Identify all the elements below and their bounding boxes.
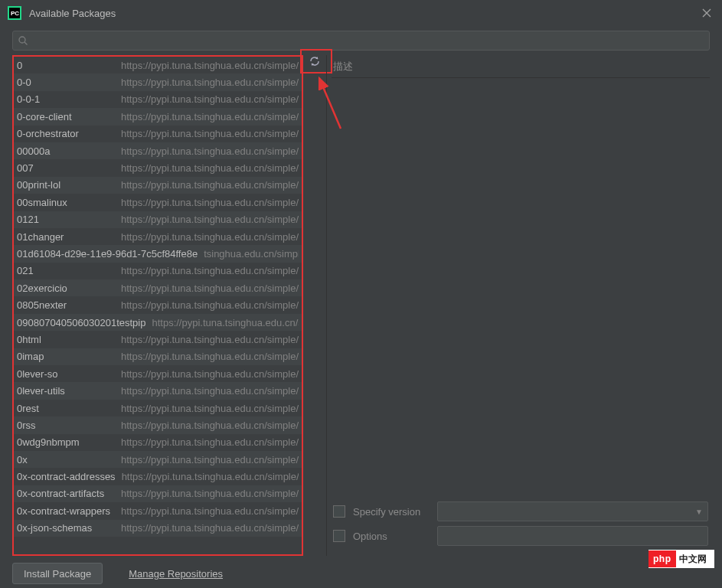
package-source: https://pypi.tuna.tsinghua.edu.cn/simple… bbox=[115, 299, 299, 311]
package-source: https://pypi.tuna.tsinghua.edu.cn/simple… bbox=[115, 334, 299, 345]
package-row[interactable]: 01d61084-d29e-11e9-96d1-7c5cf84ffe8etsin… bbox=[14, 245, 302, 262]
window-title: Available Packages bbox=[29, 8, 699, 19]
package-name: 0-0-1 bbox=[17, 93, 40, 105]
package-name: 0x-json-schemas bbox=[17, 522, 92, 534]
package-source: https://pypi.tuna.tsinghua.edu.cn/simple… bbox=[115, 522, 299, 534]
specify-version-label: Specify version bbox=[353, 506, 430, 518]
specify-version-row: Specify version ▼ bbox=[333, 499, 708, 524]
package-row[interactable]: 0wdg9nbmpmhttps://pypi.tuna.tsinghua.edu… bbox=[14, 434, 302, 451]
package-row[interactable]: 0-orchestratorhttps://pypi.tuna.tsinghua… bbox=[14, 126, 302, 142]
search-container bbox=[0, 26, 722, 55]
package-source: https://pypi.tuna.tsinghua.edu.cn/simple… bbox=[115, 283, 299, 294]
package-row[interactable]: 0resthttps://pypi.tuna.tsinghua.edu.cn/s… bbox=[14, 400, 302, 416]
package-name: 00print-lol bbox=[17, 179, 60, 191]
options-label: Options bbox=[353, 531, 430, 542]
package-source: https://pypi.tuna.tsinghua.edu.cn/simple… bbox=[115, 351, 299, 362]
package-source: https://pypi.tuna.tsinghua.edu.cn/simple… bbox=[115, 162, 299, 174]
package-source: https://pypi.tuna.tsinghua.edu.cn/simple… bbox=[145, 317, 299, 328]
package-name: 02exercicio bbox=[17, 283, 67, 294]
search-input-wrap[interactable] bbox=[12, 31, 710, 51]
package-name: 0rss bbox=[17, 420, 36, 431]
package-row[interactable]: 0lever-sohttps://pypi.tuna.tsinghua.edu.… bbox=[14, 365, 302, 382]
package-name: 0lever-so bbox=[17, 368, 57, 380]
package-source: https://pypi.tuna.tsinghua.edu.cn/simple… bbox=[115, 488, 299, 499]
package-name: 0html bbox=[17, 334, 41, 345]
package-source: https://pypi.tuna.tsinghua.edu.cn/simple… bbox=[115, 197, 299, 208]
package-detail-column: 描述 Specify version ▼ Options bbox=[326, 55, 710, 556]
package-row[interactable]: 0121https://pypi.tuna.tsinghua.edu.cn/si… bbox=[14, 211, 302, 228]
watermark: php 中文网 bbox=[648, 550, 714, 568]
specify-version-checkbox[interactable] bbox=[333, 505, 345, 518]
package-source: https://pypi.tuna.tsinghua.edu.cn/simple… bbox=[115, 145, 299, 157]
package-source: https://pypi.tuna.tsinghua.edu.cn/simple… bbox=[115, 420, 299, 431]
package-row[interactable]: 0x-contract-addresseshttps://pypi.tuna.t… bbox=[14, 468, 302, 485]
package-name: 090807040506030201testpip bbox=[17, 317, 145, 328]
package-row[interactable]: 01changerhttps://pypi.tuna.tsinghua.edu.… bbox=[14, 228, 302, 245]
package-row[interactable]: 021https://pypi.tuna.tsinghua.edu.cn/sim… bbox=[14, 263, 302, 279]
package-row[interactable]: 0-0-1https://pypi.tuna.tsinghua.edu.cn/s… bbox=[14, 91, 302, 108]
package-row[interactable]: 0xhttps://pypi.tuna.tsinghua.edu.cn/simp… bbox=[14, 451, 302, 468]
package-source: https://pypi.tuna.tsinghua.edu.cn/simple… bbox=[116, 471, 299, 482]
package-row[interactable]: 0htmlhttps://pypi.tuna.tsinghua.edu.cn/s… bbox=[14, 331, 302, 348]
package-source: https://pypi.tuna.tsinghua.edu.cn/simple… bbox=[115, 436, 299, 448]
package-name: 00smalinux bbox=[17, 197, 67, 208]
package-name: 0 bbox=[17, 60, 22, 71]
package-source: https://pypi.tuna.tsinghua.edu.cn/simple… bbox=[115, 454, 299, 466]
package-row[interactable]: 0x-contract-wrappershttps://pypi.tuna.ts… bbox=[14, 502, 302, 519]
package-source: https://pypi.tuna.tsinghua.edu.cn/simple… bbox=[115, 231, 299, 243]
package-name: 01d61084-d29e-11e9-96d1-7c5cf84ffe8e bbox=[17, 248, 198, 260]
package-row[interactable]: 0imaphttps://pypi.tuna.tsinghua.edu.cn/s… bbox=[14, 348, 302, 365]
package-source: https://pypi.tuna.tsinghua.edu.cn/simple… bbox=[115, 403, 299, 414]
package-source: https://pypi.tuna.tsinghua.edu.cn/simple… bbox=[115, 505, 299, 517]
package-row[interactable]: 02exerciciohttps://pypi.tuna.tsinghua.ed… bbox=[14, 279, 302, 296]
dialog-footer: Install Package Manage Repositories bbox=[0, 556, 722, 588]
search-input[interactable] bbox=[31, 35, 704, 47]
package-row[interactable]: 0-core-clienthttps://pypi.tuna.tsinghua.… bbox=[14, 108, 302, 125]
package-row[interactable]: 0-0https://pypi.tuna.tsinghua.edu.cn/sim… bbox=[14, 74, 302, 90]
package-row[interactable]: 0805nexterhttps://pypi.tuna.tsinghua.edu… bbox=[14, 296, 302, 313]
package-row[interactable]: 00000ahttps://pypi.tuna.tsinghua.edu.cn/… bbox=[14, 142, 302, 159]
package-name: 0x-contract-wrappers bbox=[17, 505, 110, 517]
options-checkbox[interactable] bbox=[333, 530, 345, 542]
package-row[interactable]: 090807040506030201testpiphttps://pypi.tu… bbox=[14, 314, 302, 331]
pycharm-icon: PC bbox=[8, 6, 21, 20]
package-name: 0-core-client bbox=[17, 111, 72, 122]
detail-body bbox=[332, 78, 710, 495]
install-package-button[interactable]: Install Package bbox=[12, 563, 103, 584]
package-name: 0-0 bbox=[17, 77, 31, 88]
package-source: https://pypi.tuna.tsinghua.edu.cn/simple… bbox=[115, 77, 299, 88]
watermark-left: php bbox=[648, 550, 676, 567]
svg-text:PC: PC bbox=[11, 10, 19, 17]
package-name: 00000a bbox=[17, 145, 50, 157]
package-source: https://pypi.tuna.tsinghua.edu.cn/simple… bbox=[115, 368, 299, 380]
package-name: 0wdg9nbmpm bbox=[17, 436, 80, 448]
options-input[interactable] bbox=[437, 526, 708, 546]
package-source: tsinghua.edu.cn/simple/ bbox=[198, 248, 299, 260]
package-row[interactable]: 0x-contract-artifactshttps://pypi.tuna.t… bbox=[14, 485, 302, 502]
package-source: https://pypi.tuna.tsinghua.edu.cn/simple… bbox=[115, 60, 299, 71]
package-row[interactable]: 0lever-utilshttps://pypi.tuna.tsinghua.e… bbox=[14, 382, 302, 399]
package-source: https://pypi.tuna.tsinghua.edu.cn/simple… bbox=[115, 128, 299, 139]
titlebar: PC Available Packages bbox=[0, 0, 722, 26]
package-name: 0805nexter bbox=[17, 299, 67, 311]
package-row[interactable]: 00smalinuxhttps://pypi.tuna.tsinghua.edu… bbox=[14, 194, 302, 211]
package-row[interactable]: 00print-lolhttps://pypi.tuna.tsinghua.ed… bbox=[14, 177, 302, 194]
package-row[interactable]: 0x-json-schemashttps://pypi.tuna.tsinghu… bbox=[14, 520, 302, 537]
detail-header: 描述 bbox=[332, 55, 710, 78]
package-name: 0x-contract-artifacts bbox=[17, 488, 104, 499]
package-source: https://pypi.tuna.tsinghua.edu.cn/simple… bbox=[115, 179, 299, 191]
package-list[interactable]: 0https://pypi.tuna.tsinghua.edu.cn/simpl… bbox=[14, 57, 302, 554]
package-row[interactable]: 007https://pypi.tuna.tsinghua.edu.cn/sim… bbox=[14, 159, 302, 176]
package-name: 0x-contract-addresses bbox=[17, 471, 116, 482]
specify-version-select[interactable]: ▼ bbox=[437, 501, 708, 521]
package-name: 01changer bbox=[17, 231, 64, 243]
package-name: 0-orchestrator bbox=[17, 128, 79, 139]
manage-repositories-button[interactable]: Manage Repositories bbox=[118, 563, 234, 584]
close-button[interactable] bbox=[699, 5, 714, 21]
package-row[interactable]: 0https://pypi.tuna.tsinghua.edu.cn/simpl… bbox=[14, 57, 302, 74]
package-row[interactable]: 0rsshttps://pypi.tuna.tsinghua.edu.cn/si… bbox=[14, 416, 302, 433]
package-name: 0imap bbox=[17, 351, 44, 362]
description-label: 描述 bbox=[333, 60, 353, 74]
package-source: https://pypi.tuna.tsinghua.edu.cn/simple… bbox=[115, 111, 299, 122]
package-list-column: 0https://pypi.tuna.tsinghua.edu.cn/simpl… bbox=[12, 55, 303, 556]
